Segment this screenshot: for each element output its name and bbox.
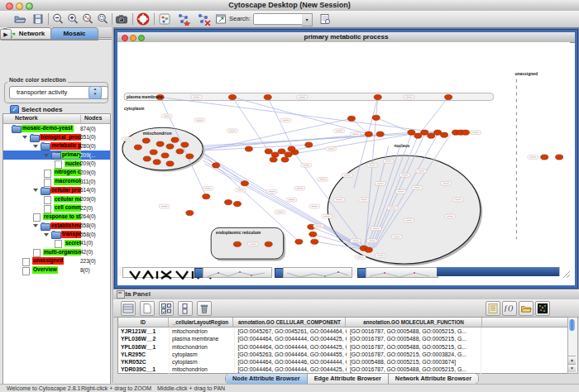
browser-tab[interactable]: Node Attribute Browser bbox=[226, 374, 308, 384]
network-node[interactable] bbox=[233, 201, 241, 206]
browser-tab[interactable]: Edge Attribute Browser bbox=[308, 374, 389, 384]
column-header[interactable]: ID bbox=[118, 318, 169, 327]
network-node[interactable] bbox=[241, 181, 248, 186]
network-node[interactable] bbox=[142, 138, 150, 143]
scroll-down-icon[interactable]: ▼ bbox=[568, 364, 576, 372]
expand-triangle-icon[interactable] bbox=[44, 233, 49, 237]
attribute-matrix-icon[interactable] bbox=[535, 301, 550, 316]
network-node[interactable] bbox=[228, 94, 236, 99]
network-node[interactable] bbox=[203, 194, 210, 199]
create-network-icon[interactable] bbox=[176, 12, 189, 26]
window-icon[interactable] bbox=[214, 12, 227, 26]
tree-row[interactable]: unassigned223(0) bbox=[3, 256, 110, 265]
network-node[interactable] bbox=[156, 141, 164, 146]
network-node[interactable] bbox=[278, 149, 285, 154]
tree-row[interactable]: macromolecule311(0) bbox=[3, 177, 110, 186]
minimized-window[interactable] bbox=[203, 267, 272, 278]
network-node[interactable] bbox=[186, 154, 194, 159]
zoom-in-icon[interactable] bbox=[66, 12, 79, 26]
tree-row[interactable]: establishment of lo558(0) bbox=[3, 222, 110, 231]
network-node[interactable] bbox=[281, 157, 289, 162]
scrollbar-thumb[interactable] bbox=[569, 319, 575, 331]
network-node[interactable] bbox=[414, 133, 422, 138]
network-node[interactable] bbox=[176, 149, 184, 154]
destroy-network-icon[interactable] bbox=[196, 12, 209, 26]
network-node[interactable] bbox=[166, 161, 174, 166]
network-node[interactable] bbox=[181, 142, 189, 147]
network-node[interactable] bbox=[265, 149, 272, 154]
network-node[interactable] bbox=[376, 131, 384, 136]
tree-row[interactable]: response to stimul264(0) bbox=[3, 213, 110, 222]
scroll-up-icon[interactable]: ▲ bbox=[568, 356, 576, 364]
network-node[interactable] bbox=[213, 163, 220, 168]
column-header[interactable] bbox=[482, 318, 569, 327]
network-node[interactable] bbox=[143, 156, 151, 161]
delete-attribute-icon[interactable] bbox=[197, 301, 212, 316]
expand-triangle-icon[interactable] bbox=[33, 145, 38, 148]
network-node[interactable] bbox=[372, 115, 380, 120]
save-session-icon[interactable] bbox=[31, 12, 45, 26]
table-row[interactable]: YJR121W__1mitochondrion[GO:0045267, GO:0… bbox=[118, 327, 569, 335]
network-node[interactable] bbox=[271, 152, 279, 157]
attribute-browser-icon[interactable] bbox=[318, 12, 332, 26]
tree-row[interactable]: Overview8(0) bbox=[3, 265, 110, 275]
browser-tab[interactable]: Network Attribute Browser bbox=[389, 374, 478, 384]
select-attributes-icon[interactable] bbox=[159, 301, 174, 316]
attribute-list-icon[interactable] bbox=[486, 301, 500, 316]
expand-triangle-icon[interactable] bbox=[44, 154, 49, 157]
network-node[interactable] bbox=[295, 239, 303, 244]
minimized-window[interactable] bbox=[366, 267, 438, 278]
network-node[interactable] bbox=[309, 232, 317, 237]
tree-row[interactable]: metabolic process280(0) bbox=[3, 141, 110, 151]
network-node[interactable] bbox=[365, 131, 372, 136]
search-input[interactable] bbox=[253, 13, 306, 25]
network-node[interactable] bbox=[441, 132, 448, 137]
network-node[interactable] bbox=[264, 94, 271, 99]
dropdown-stepper-icon[interactable]: ▲▼ bbox=[89, 86, 102, 99]
table-row[interactable]: YPL036W__2plasma membrane[GO:0044464, GO… bbox=[118, 335, 569, 342]
tree-row[interactable]: primary metabo209(... bbox=[3, 151, 110, 160]
table-scrollbar[interactable]: ▲ ▼ bbox=[567, 317, 578, 374]
network-node[interactable] bbox=[171, 137, 179, 142]
network-node[interactable] bbox=[445, 94, 452, 99]
table-row[interactable]: YKR052Ccytoplasm[GO:0044464, GO:0044446,… bbox=[118, 358, 569, 366]
float-panel-icon[interactable] bbox=[117, 290, 125, 299]
snapshot-icon[interactable] bbox=[115, 12, 128, 26]
import-attributes-icon[interactable] bbox=[519, 301, 534, 316]
network-node[interactable] bbox=[265, 241, 272, 246]
network-node[interactable] bbox=[408, 130, 415, 135]
network-node[interactable] bbox=[305, 142, 313, 147]
tree-row[interactable]: nitrogen compo209(0) bbox=[3, 168, 110, 177]
network-node[interactable] bbox=[245, 146, 252, 151]
network-view-window[interactable]: primary metabolic process bbox=[115, 30, 577, 288]
network-node[interactable] bbox=[186, 210, 194, 215]
unselect-attributes-icon[interactable] bbox=[178, 301, 193, 316]
attribute-table-icon[interactable] bbox=[121, 301, 136, 316]
network-node[interactable] bbox=[153, 160, 160, 165]
vizmapper-icon[interactable] bbox=[158, 12, 171, 26]
function-builder-icon[interactable]: f () bbox=[502, 301, 517, 316]
network-node[interactable] bbox=[556, 155, 563, 160]
network-node[interactable] bbox=[233, 241, 241, 246]
tree-row[interactable]: transport558(0) bbox=[3, 230, 110, 239]
zoom-selected-icon[interactable] bbox=[81, 12, 94, 26]
tree-row[interactable]: biological_process651(0) bbox=[3, 133, 110, 142]
network-node[interactable] bbox=[288, 146, 295, 151]
network-node[interactable] bbox=[166, 144, 174, 149]
network-node[interactable] bbox=[365, 247, 372, 252]
minimized-window[interactable] bbox=[283, 267, 352, 278]
column-header[interactable]: annotation.GO MOLECULAR_FUNCTION bbox=[346, 318, 481, 327]
network-node[interactable] bbox=[421, 130, 428, 135]
network-node[interactable] bbox=[311, 239, 318, 244]
network-node[interactable] bbox=[270, 157, 277, 162]
new-attribute-icon[interactable] bbox=[140, 301, 155, 316]
expand-triangle-icon[interactable] bbox=[33, 189, 38, 192]
open-network-icon[interactable] bbox=[13, 12, 26, 26]
network-node[interactable] bbox=[347, 116, 355, 121]
network-node[interactable] bbox=[428, 133, 435, 138]
network-node[interactable] bbox=[541, 155, 548, 160]
minimized-window-selected[interactable] bbox=[437, 267, 562, 276]
table-row[interactable]: YLR295Ccytoplasm[GO:0045263, GO:0044464,… bbox=[118, 351, 569, 358]
network-canvas[interactable]: plasma membrane cytoplasm mitochondrion … bbox=[117, 42, 570, 267]
tree-row[interactable]: cellular metabol209(0) bbox=[3, 195, 110, 204]
